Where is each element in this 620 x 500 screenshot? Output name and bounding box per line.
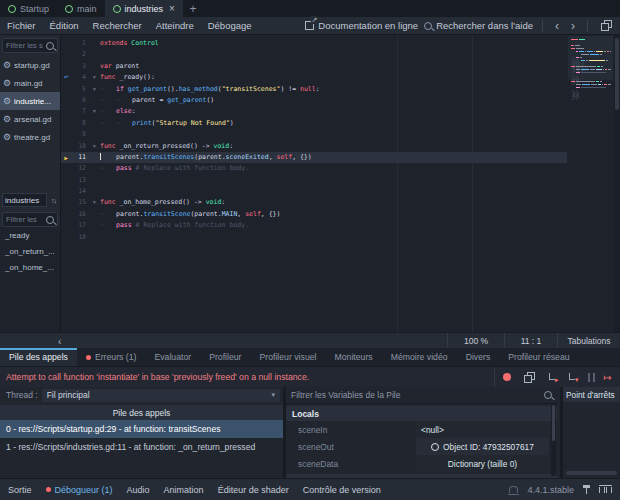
debugger-tab-divers[interactable]: Divers <box>457 348 500 366</box>
bottom-panel-sortie[interactable]: Sortie <box>8 485 32 495</box>
breakpoints-scrollbar[interactable] <box>566 471 617 475</box>
filter-stack-variables-input[interactable]: Filtrer les Variables de la Pile <box>286 387 557 404</box>
step-into-icon[interactable]: ▸ <box>548 372 559 382</box>
debugger-tab-m-moire-vid-o[interactable]: Mémoire vidéo <box>382 348 457 366</box>
breakpoint-gutter[interactable] <box>61 95 71 106</box>
scene-tab-main[interactable]: main <box>57 0 105 17</box>
method-list-item[interactable]: _on_return_... <box>0 243 60 259</box>
menu-atteindre[interactable]: Atteindre <box>156 20 194 31</box>
menu-debogage[interactable]: Débogage <box>208 20 252 31</box>
breakpoint-gutter[interactable] <box>61 175 71 186</box>
code-line[interactable]: 8print("Startup Not Found") <box>61 118 567 129</box>
notifications-bell-icon[interactable] <box>509 486 518 493</box>
history-back-button[interactable]: ‹ <box>552 19 562 33</box>
filter-methods-input[interactable]: Filtrer les <box>2 212 58 227</box>
skip-breakpoints-icon[interactable] <box>503 373 511 381</box>
script-list-item[interactable]: ⚙main.gd <box>0 74 60 92</box>
fold-arrow-icon[interactable]: ▼ <box>89 72 100 83</box>
add-scene-tab-button[interactable]: + <box>183 0 203 17</box>
script-list-item[interactable]: ⚙theatre.gd <box>0 128 60 146</box>
menu-edition[interactable]: Édition <box>50 20 79 31</box>
bottom-panel-audio[interactable]: Audio <box>127 485 150 495</box>
script-list-item[interactable]: ⚙industrie... <box>0 92 60 110</box>
chevron-left-icon[interactable]: ‹ <box>58 336 61 347</box>
make-floating-icon[interactable] <box>601 20 612 31</box>
debugger-tab-erreurs-1-[interactable]: Erreurs (1) <box>77 348 146 366</box>
code-line[interactable]: ↩4▼func _ready(): <box>61 72 567 83</box>
breakpoint-gutter[interactable] <box>61 232 71 243</box>
breakpoint-gutter[interactable] <box>61 141 71 152</box>
code-line[interactable]: 17pass # Replace with function body. <box>61 220 567 231</box>
scene-tab-startup[interactable]: Startup <box>0 0 57 17</box>
code-line[interactable]: ▶11parent.transitScenes(parent.sceneExit… <box>61 152 567 163</box>
fold-arrow-icon[interactable]: ▼ <box>89 84 100 95</box>
debugger-tab-pile-des-appels[interactable]: Pile des appels <box>0 348 77 366</box>
execution-arrow-icon[interactable]: ▶ <box>61 152 71 163</box>
code-line[interactable]: 13 <box>61 175 567 186</box>
fold-arrow-icon[interactable]: ▼ <box>89 197 100 208</box>
debugger-tab-evaluator[interactable]: Evaluator <box>145 348 200 366</box>
breakpoint-gutter[interactable] <box>61 186 71 197</box>
variable-row[interactable]: sceneOutObject ID: 47932507617 <box>286 438 557 455</box>
filter-scripts-input[interactable]: Filtrer les s <box>2 38 58 53</box>
bottom-panel--diteur-de-shader[interactable]: Éditeur de shader <box>218 485 289 495</box>
method-list-item[interactable]: _ready <box>0 227 60 243</box>
breakpoint-gutter[interactable] <box>61 84 71 95</box>
scene-tab-industries[interactable]: industries × <box>105 0 183 17</box>
variable-value[interactable]: Dictionary (taille 0) <box>416 455 549 472</box>
search-help-button[interactable]: Rechercher dans l'aide <box>424 20 533 31</box>
indent-type[interactable]: Tabulations <box>557 333 620 349</box>
variable-value[interactable]: Object ID: 47932507617 <box>416 438 549 455</box>
code-line[interactable]: 5▼if get_parent().has_method("transitSce… <box>61 84 567 95</box>
script-list-item[interactable]: ⚙startup.gd <box>0 56 60 74</box>
bottom-panel-animation[interactable]: Animation <box>164 485 204 495</box>
code-line[interactable]: 1extends Control <box>61 38 567 49</box>
bottom-panel-contr-le-de-version[interactable]: Contrôle de version <box>303 485 381 495</box>
breakpoint-gutter[interactable] <box>61 61 71 72</box>
code-line[interactable]: 10▼func _on_return_pressed() -> void: <box>61 141 567 152</box>
code-line[interactable]: 2 <box>61 49 567 60</box>
menu-rechercher[interactable]: Rechercher <box>93 20 142 31</box>
debugger-tab-profileur-visuel[interactable]: Profileur visuel <box>251 348 326 366</box>
breakpoint-gutter[interactable] <box>61 129 71 140</box>
close-tab-icon[interactable]: × <box>169 3 175 14</box>
code-line[interactable]: 12pass # Replace with function body. <box>61 163 567 174</box>
expand-bottom-panel-icon[interactable] <box>599 485 612 494</box>
breakpoint-gutter[interactable] <box>61 49 71 60</box>
sort-methods-icon[interactable]: ↑↓ <box>47 197 60 204</box>
code-line[interactable]: 7▼else: <box>61 106 567 117</box>
continue-icon[interactable]: ↦ <box>604 373 612 382</box>
variables-scrollbar[interactable] <box>551 405 556 476</box>
step-over-icon[interactable]: ▾ <box>568 372 579 382</box>
stack-frame-row[interactable]: 0 - res://Scripts/startup.gd:29 - at fun… <box>0 420 283 438</box>
pin-bottom-panel-icon[interactable] <box>586 485 587 494</box>
code-line[interactable]: 3var parent <box>61 61 567 72</box>
code-line[interactable]: 15▼func _on_home_pressed() -> void: <box>61 197 567 208</box>
copy-error-icon[interactable] <box>524 372 535 383</box>
code-line[interactable]: 6parent = get_parent() <box>61 95 567 106</box>
debugger-tab-moniteurs[interactable]: Moniteurs <box>325 348 381 366</box>
override-icon[interactable]: ↩ <box>61 72 71 83</box>
history-forward-button[interactable]: › <box>568 19 578 33</box>
method-list-item[interactable]: _on_home_... <box>0 259 60 275</box>
breakpoint-gutter[interactable] <box>61 163 71 174</box>
breakpoint-gutter[interactable] <box>61 197 71 208</box>
breakpoint-gutter[interactable] <box>61 106 71 117</box>
code-line[interactable]: 18 <box>61 232 567 243</box>
thread-dropdown[interactable]: Fil principal ▾ <box>42 389 280 402</box>
editor-vertical-scrollbar[interactable] <box>614 35 620 332</box>
fold-arrow-icon[interactable]: ▼ <box>89 141 100 152</box>
debugger-tab-profileur[interactable]: Profileur <box>200 348 250 366</box>
minimap[interactable] <box>568 36 613 332</box>
breakpoint-gutter[interactable] <box>61 118 71 129</box>
menu-fichier[interactable]: Fichier <box>7 20 36 31</box>
stack-frame-row[interactable]: 1 - res://Scripts/industries.gd:11 - at … <box>0 438 283 456</box>
code-line[interactable]: 9 <box>61 129 567 140</box>
variable-row[interactable]: sceneDataDictionary (taille 0) <box>286 455 557 472</box>
code-editor[interactable]: 1extends Control23var parent↩4▼func _rea… <box>61 35 620 332</box>
version-label[interactable]: 4.4.1.stable <box>527 485 574 495</box>
variable-value[interactable]: <null> <box>416 421 549 438</box>
script-list-item[interactable]: ⚙arsenal.gd <box>0 110 60 128</box>
code-line[interactable]: 16parent.transitScene(parent.MAIN, self,… <box>61 209 567 220</box>
break-icon[interactable] <box>588 373 595 382</box>
